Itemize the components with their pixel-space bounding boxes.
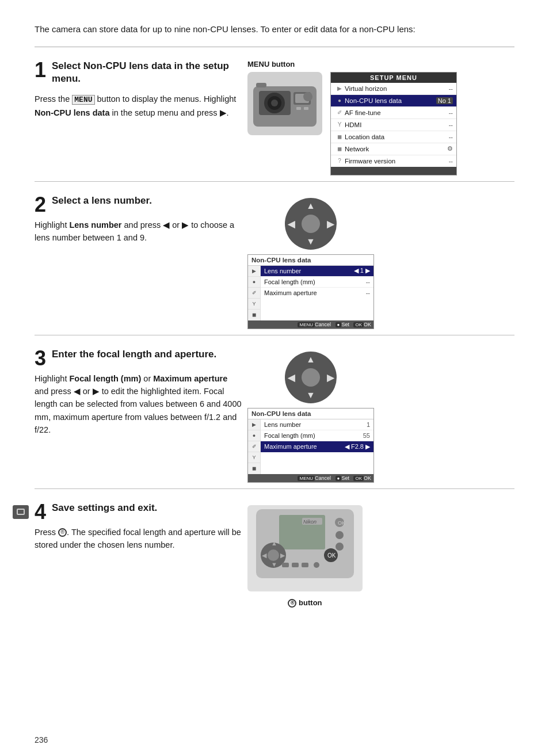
ok-camera-image: Nikon OK ▲ ▼ ◀ ▶ OK <box>247 505 363 591</box>
menu-val-location: -- <box>437 133 453 140</box>
svg-point-9 <box>303 92 312 101</box>
menu-name-hdmi: HDMI <box>345 121 437 128</box>
svg-point-4 <box>271 100 278 106</box>
step-2: 2 Select a lens number. Highlight Lens n… <box>35 182 514 335</box>
step-1-right: MENU button S <box>247 60 457 175</box>
set-btn-3: ● <box>336 476 342 481</box>
lens-val-focal-2: -- <box>366 278 370 285</box>
svg-point-20 <box>268 549 279 561</box>
svg-text:◀: ◀ <box>262 552 267 559</box>
lens-val-num-2: ◀ 1 ▶ <box>354 267 370 274</box>
step-3-left: 3 Enter the focal length and aperture. H… <box>35 348 247 437</box>
svg-text:▲: ▲ <box>271 540 277 547</box>
menu-val-network: ⚙ <box>437 145 453 152</box>
step-2-title: Select a lens number. <box>52 194 152 208</box>
menu-icon-aftune: ✐ <box>334 108 345 117</box>
dpad-up-3: ▲ <box>306 354 315 365</box>
menu-row-virtual-horizon: ▶ Virtual horizon -- <box>331 83 456 95</box>
lens-menu-title-2: Non-CPU lens data <box>248 255 373 266</box>
step-4-right: Nikon OK ▲ ▼ ◀ ▶ OK <box>247 502 363 608</box>
step-1-left: 1 Select Non-CPU lens data in the setup … <box>35 60 247 119</box>
svg-text:▶: ▶ <box>280 552 285 559</box>
menu-key-1: MENU <box>72 95 94 105</box>
step-1-body: Press the MENU button to display the men… <box>35 93 242 119</box>
dpad-inner-3 <box>302 368 320 387</box>
lens-menu-3: Non-CPU lens data ▶ ● ✐ Y ◼ Lens number … <box>247 408 374 483</box>
lens-row-focal-3: Focal length (mm) 55 <box>261 430 373 441</box>
ok-btn-caption: ® button <box>288 598 322 608</box>
lens-menu-2: Non-CPU lens data ▶ ● ✐ Y ◼ Lens number … <box>247 254 374 329</box>
dpad-down-2: ▼ <box>306 236 315 247</box>
footer-menu-2: MENUCancel ●Set OKOK <box>298 322 371 327</box>
lens-menu-title-3: Non-CPU lens data <box>248 408 373 419</box>
menu-row-network: ◼ Network ⚙ <box>331 143 456 155</box>
step-3-title: Enter the focal length and aperture. <box>52 348 216 361</box>
intro-text: The camera can store data for up to nine… <box>35 23 514 36</box>
footer-text-3: MENUCancel ●Set OKOK <box>298 475 371 481</box>
setup-menu-box: SETUP MENU ▶ Virtual horizon -- ● Non-CP… <box>330 72 457 175</box>
lens-name-focal-2: Focal length (mm) <box>264 278 366 285</box>
step-3-header: 3 Enter the focal length and aperture. <box>35 348 242 369</box>
menu-row-location: ◼ Location data -- <box>331 131 456 143</box>
step4-side-icon <box>13 505 29 519</box>
step-4: 4 Save settings and exit. Press ®. The s… <box>35 489 514 613</box>
lens-footer-2: MENUCancel ●Set OKOK <box>248 320 373 329</box>
dpad-left-2: ◀ <box>288 218 295 229</box>
dpad-inner-2 <box>302 215 320 233</box>
menu-name-network: Network <box>345 146 437 152</box>
dpad-left-3: ◀ <box>288 372 295 383</box>
menu-row-firmware: ? Firmware version -- <box>331 155 456 167</box>
menu-row-hdmi: Y HDMI -- <box>331 119 456 131</box>
menu-name-vh: Virtual horizon <box>345 85 437 92</box>
svg-point-18 <box>336 543 344 551</box>
svg-text:Nikon: Nikon <box>303 519 317 525</box>
lens-row-focal-2: Focal length (mm) -- <box>261 277 373 288</box>
dpad-3: ▲ ▼ ◀ ▶ <box>285 352 337 403</box>
menu-btn-3: MENU <box>298 476 315 481</box>
step-4-number: 4 <box>35 502 46 522</box>
dpad-up-2: ▲ <box>306 201 315 211</box>
step-3-right: ▲ ▼ ◀ ▶ Non-CPU lens data ▶ ● ✐ Y ◼ Lens… <box>247 348 374 483</box>
menu-caption-1: MENU button <box>247 60 295 68</box>
lens-row-num-3: Lens number 1 <box>261 419 373 430</box>
svg-rect-25 <box>282 563 289 567</box>
menu-val-firmware: -- <box>437 158 453 165</box>
step-1-header: 1 Select Non-CPU lens data in the setup … <box>35 60 242 90</box>
dpad-2: ▲ ▼ ◀ ▶ <box>285 198 337 250</box>
menu-btn-2: MENU <box>298 322 315 327</box>
lens-val-aperture-3: ◀ F2.8 ▶ <box>345 443 370 450</box>
menu-icon-location: ◼ <box>334 132 345 142</box>
step-1: 1 Select Non-CPU lens data in the setup … <box>35 47 514 182</box>
menu-name-noncpu: Non-CPU lens data <box>345 97 436 104</box>
dpad-right-2: ▶ <box>327 218 334 229</box>
lens-row-aperture-3: Maximum aperture ◀ F2.8 ▶ <box>261 441 373 452</box>
menu-val-aftune: -- <box>437 109 453 116</box>
menu-name-firmware: Firmware version <box>345 158 437 165</box>
step-3: 3 Enter the focal length and aperture. H… <box>35 335 514 489</box>
svg-rect-8 <box>304 107 308 110</box>
set-btn-2: ● <box>336 322 342 327</box>
step-2-number: 2 <box>35 194 46 215</box>
setup-menu-title: SETUP MENU <box>331 72 456 83</box>
ok-circle-inline: ® <box>58 528 67 537</box>
menu-row-noncpu: ● Non-CPU lens data No 1 <box>331 95 456 107</box>
menu-icon-vh: ▶ <box>334 84 345 93</box>
step-2-right: ▲ ▼ ◀ ▶ Non-CPU lens data ▶ ● ✐ Y ◼ <box>247 194 374 329</box>
camera-image-1 <box>247 72 322 135</box>
svg-text:▼: ▼ <box>271 561 277 568</box>
lens-name-aperture-2: Maximum aperture <box>264 289 366 296</box>
step-3-number: 3 <box>35 348 46 369</box>
ok-circle-caption: ® <box>288 599 296 608</box>
menu-row-aftune: ✐ AF fine-tune -- <box>331 107 456 119</box>
step-4-header: 4 Save settings and exit. <box>35 502 242 522</box>
svg-rect-27 <box>302 563 308 567</box>
ok-btn-2: OK <box>353 322 364 327</box>
lens-row-aperture-2: Maximum aperture -- <box>261 288 373 299</box>
menu-name-location: Location data <box>345 133 437 140</box>
menu-icon-noncpu: ● <box>334 96 345 105</box>
svg-text:OK: OK <box>338 520 345 526</box>
step-4-left: 4 Save settings and exit. Press ®. The s… <box>35 502 247 552</box>
svg-text:OK: OK <box>327 552 336 559</box>
dpad-down-3: ▼ <box>306 390 315 400</box>
ok-btn-3: OK <box>353 476 364 481</box>
